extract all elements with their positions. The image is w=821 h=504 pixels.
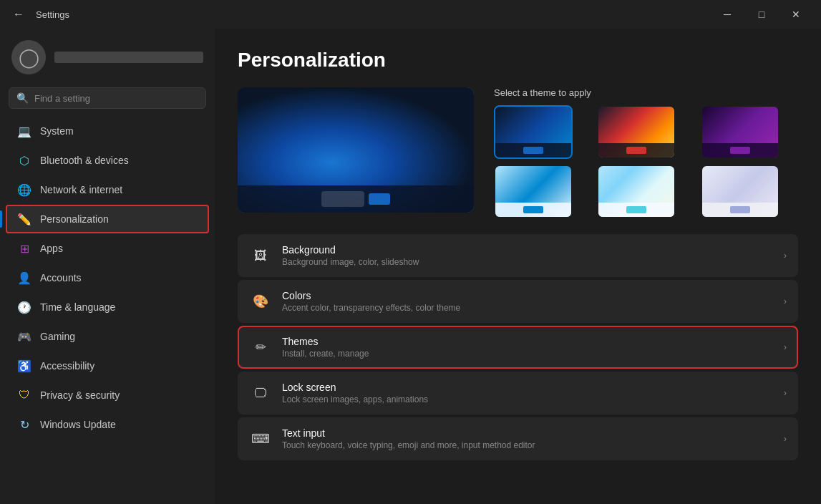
settings-chevron-colors: ›	[784, 296, 787, 306]
settings-list: 🖼 Background Background image, color, sl…	[238, 234, 798, 460]
sidebar-item-update[interactable]: ↻ Windows Update	[6, 410, 209, 439]
title-bar-left: ← Settings	[9, 4, 69, 24]
theme-preview-taskbar	[238, 185, 474, 213]
settings-title-textinput: Text input	[282, 427, 774, 439]
theme-section: Select a theme to apply	[238, 87, 798, 218]
back-button[interactable]: ←	[9, 4, 29, 24]
close-button[interactable]: ✕	[779, 3, 812, 26]
sidebar-item-accessibility[interactable]: ♿ Accessibility	[6, 352, 209, 380]
nav-label-privacy: Privacy & security	[40, 389, 120, 401]
theme-grid	[494, 105, 798, 218]
sidebar-item-bluetooth[interactable]: ⬡ Bluetooth & devices	[6, 146, 209, 175]
settings-title-themes: Themes	[282, 336, 774, 347]
nav-icon-network: 🌐	[17, 183, 31, 197]
title-bar: ← Settings ─ □ ✕	[0, 0, 821, 29]
theme-thumb-2[interactable]	[597, 105, 676, 159]
search-icon: 🔍	[16, 92, 29, 104]
settings-title-lockscreen: Lock screen	[282, 382, 774, 393]
sidebar-item-time[interactable]: 🕐 Time & language	[6, 293, 209, 321]
taskbar-start-btn	[369, 193, 390, 205]
settings-title-colors: Colors	[282, 290, 774, 301]
settings-item-lockscreen[interactable]: 🖵 Lock screen Lock screen images, apps, …	[238, 372, 798, 415]
sidebar-item-accounts[interactable]: 👤 Accounts	[6, 263, 209, 292]
theme-preview	[238, 87, 474, 213]
maximize-button[interactable]: □	[745, 3, 778, 26]
theme-thumb-pill-5	[626, 206, 646, 213]
settings-icon-themes: ✏	[249, 336, 272, 359]
minimize-button[interactable]: ─	[711, 3, 744, 26]
theme-thumb-bar-6	[702, 203, 778, 217]
nav-icon-apps: ⊞	[17, 241, 31, 256]
nav-label-time: Time & language	[40, 301, 115, 313]
settings-text-background: Background Background image, color, slid…	[282, 244, 774, 267]
settings-item-colors[interactable]: 🎨 Colors Accent color, transparency effe…	[238, 280, 798, 323]
settings-title-background: Background	[282, 244, 774, 256]
theme-grid-section: Select a theme to apply	[494, 87, 798, 218]
user-section: ◯	[0, 29, 215, 84]
nav-icon-gaming: 🎮	[17, 329, 31, 344]
avatar: ◯	[11, 40, 46, 74]
settings-icon-colors: 🎨	[249, 290, 272, 313]
nav-label-accounts: Accounts	[40, 272, 82, 284]
theme-thumb-bar-4	[495, 203, 571, 217]
settings-icon-textinput: ⌨	[249, 427, 272, 450]
theme-thumb-3[interactable]	[701, 105, 779, 159]
sidebar-item-network[interactable]: 🌐 Network & internet	[6, 175, 209, 204]
theme-thumb-bar-2	[598, 143, 674, 158]
theme-thumb-pill-6	[730, 206, 750, 213]
nav-icon-privacy: 🛡	[17, 388, 31, 402]
nav-icon-personalization: ✏️	[17, 212, 31, 226]
settings-chevron-background: ›	[784, 251, 787, 261]
theme-thumb-pill-4	[523, 206, 543, 213]
settings-text-themes: Themes Install, create, manage	[282, 336, 774, 359]
page-title: Personalization	[238, 49, 798, 72]
settings-icon-lockscreen: 🖵	[249, 382, 272, 404]
sidebar-item-apps[interactable]: ⊞ Apps	[6, 234, 209, 263]
taskbar-pill	[321, 191, 364, 207]
settings-icon-background: 🖼	[249, 244, 272, 267]
theme-thumb-pill-1	[523, 147, 543, 154]
nav-label-apps: Apps	[40, 243, 63, 254]
nav-items-container: 💻 System ⬡ Bluetooth & devices 🌐 Network…	[0, 116, 215, 440]
sidebar-item-personalization[interactable]: ✏️ Personalization	[6, 205, 209, 233]
sidebar-item-privacy[interactable]: 🛡 Privacy & security	[6, 381, 209, 410]
sidebar-item-system[interactable]: 💻 System	[6, 117, 209, 145]
nav-icon-bluetooth: ⬡	[17, 153, 31, 168]
settings-chevron-themes: ›	[784, 342, 787, 352]
search-input[interactable]	[34, 93, 198, 104]
theme-thumb-pill-2	[626, 147, 646, 154]
theme-thumb-bar-1	[495, 143, 571, 158]
nav-icon-accessibility: ♿	[17, 359, 31, 373]
settings-desc-themes: Install, create, manage	[282, 349, 774, 359]
theme-select-label: Select a theme to apply	[494, 87, 798, 98]
theme-thumb-4[interactable]	[494, 165, 573, 218]
nav-label-network: Network & internet	[40, 184, 122, 195]
settings-desc-background: Background image, color, slideshow	[282, 257, 774, 267]
nav-label-personalization: Personalization	[40, 213, 109, 225]
settings-desc-textinput: Touch keyboard, voice typing, emoji and …	[282, 440, 774, 450]
theme-thumb-pill-3	[730, 147, 750, 154]
settings-item-background[interactable]: 🖼 Background Background image, color, sl…	[238, 234, 798, 277]
theme-thumb-1[interactable]	[494, 105, 573, 159]
user-name-bar	[54, 52, 203, 63]
theme-thumb-bar-3	[702, 143, 778, 158]
settings-text-textinput: Text input Touch keyboard, voice typing,…	[282, 427, 774, 450]
settings-chevron-textinput: ›	[784, 434, 787, 444]
theme-thumb-6[interactable]	[701, 165, 779, 218]
title-bar-title: Settings	[36, 9, 69, 20]
nav-label-update: Windows Update	[40, 419, 116, 430]
main-content: Personalization Select a theme to apply	[215, 29, 821, 504]
sidebar-item-gaming[interactable]: 🎮 Gaming	[6, 322, 209, 351]
user-avatar-icon: ◯	[19, 47, 39, 69]
search-box[interactable]: 🔍	[9, 87, 206, 109]
nav-label-bluetooth: Bluetooth & devices	[40, 155, 129, 166]
nav-icon-update: ↻	[17, 417, 31, 432]
settings-item-themes[interactable]: ✏ Themes Install, create, manage ›	[238, 326, 798, 369]
theme-thumb-bar-5	[598, 203, 674, 217]
app-body: ◯ 🔍 💻 System ⬡ Bluetooth & devices 🌐 Net…	[0, 29, 821, 504]
settings-item-textinput[interactable]: ⌨ Text input Touch keyboard, voice typin…	[238, 417, 798, 460]
nav-icon-system: 💻	[17, 124, 31, 138]
theme-thumb-5[interactable]	[597, 165, 676, 218]
nav-icon-time: 🕐	[17, 300, 31, 314]
title-bar-controls: ─ □ ✕	[711, 3, 812, 26]
